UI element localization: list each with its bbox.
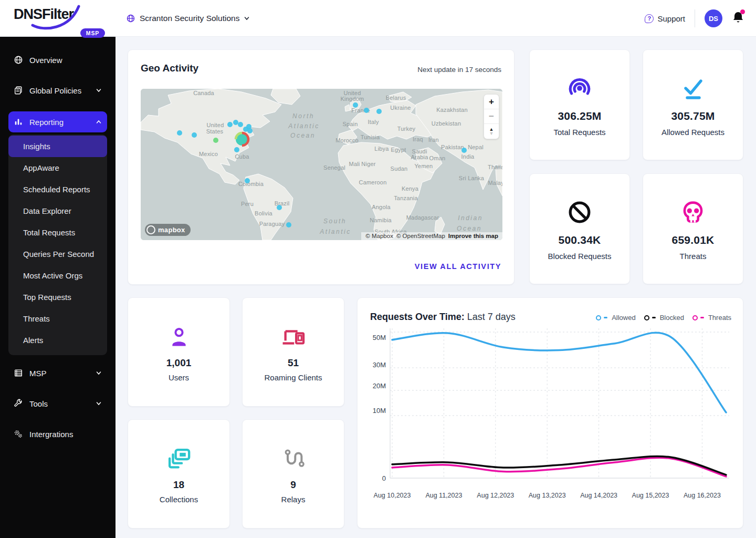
map-activity-dot[interactable] [227, 122, 233, 127]
map-activity-dot[interactable] [353, 102, 358, 108]
allowed-requests-card: 305.75M Allowed Requests [643, 49, 743, 160]
map-activity-dot[interactable] [461, 148, 467, 153]
sidebar-subitem-alerts[interactable]: Alerts [8, 329, 107, 351]
entity-label: Roaming Clients [264, 373, 322, 382]
map-activity-dot[interactable] [192, 132, 197, 138]
skull-icon [681, 197, 705, 227]
map-activity-dot[interactable] [286, 222, 291, 227]
map-activity-dot[interactable] [213, 138, 218, 143]
sidebar-subitem-top-requests[interactable]: Top Requests [8, 286, 107, 308]
legend-item-blocked[interactable]: Blocked [644, 314, 684, 322]
map-compass-button[interactable]: ▲ ▼ [484, 124, 499, 139]
stat-label: Blocked Requests [548, 252, 612, 261]
sidebar-item-reporting[interactable]: Reporting [8, 111, 107, 132]
map-activity-dot[interactable] [238, 122, 243, 127]
map-label-namibia: Namibia [370, 217, 392, 223]
x-axis-tick: Aug 10,2023 [374, 492, 411, 499]
map-label-italy: Italy [368, 119, 379, 125]
legend-dash-icon [652, 317, 656, 318]
map-label-kazakhstan: Kazakhstan [436, 107, 467, 113]
map-label-cameroon: Cameroon [359, 179, 387, 185]
sidebar-item-overview[interactable]: Overview [8, 49, 107, 70]
org-selector[interactable]: Scranton Security Solutions [126, 11, 250, 26]
avatar[interactable]: DS [705, 9, 722, 27]
geo-activity-map[interactable]: CanadaUnitedStatesMexicoCubaColombiaPeru… [141, 89, 502, 240]
mapbox-attribution[interactable]: © Mapbox [365, 233, 393, 239]
chevron-down-icon [244, 15, 250, 22]
y-axis-tick: 10M [373, 407, 386, 415]
dnsfilter-logo[interactable]: DNSFilter MSP [14, 6, 103, 32]
map-zoom-out-button[interactable]: − [484, 109, 499, 124]
building-icon [14, 368, 23, 378]
mapbox-logo[interactable]: mapbox [145, 224, 191, 236]
improve-map-link[interactable]: Improve this map [448, 233, 498, 239]
map-activity-dot[interactable] [233, 120, 238, 125]
entity-value: 18 [173, 479, 184, 491]
sidebar-item-label: Global Policies [29, 86, 89, 95]
support-button[interactable]: ? Support [645, 14, 685, 23]
sidebar-subitem-most-active-orgs[interactable]: Most Active Orgs [8, 265, 107, 286]
sidebar-subitem-appaware[interactable]: AppAware [8, 157, 107, 179]
stat-value: 659.01K [672, 234, 715, 246]
legend-item-allowed[interactable]: Allowed [596, 314, 636, 322]
map-label-spain: Spain [342, 121, 358, 127]
legend-label: Threats [708, 314, 731, 322]
sidebar-item-intergrations[interactable]: Intergrations [8, 423, 107, 444]
map-label-ukraine: Ukraine [390, 105, 411, 111]
map-label-ocean: Ocean [290, 132, 316, 139]
sidebar-item-tools[interactable]: Tools [8, 393, 107, 414]
map-label-arabia: Arabia [411, 154, 429, 160]
notifications-button[interactable] [732, 11, 744, 26]
map-label-united: United [207, 122, 224, 128]
sidebar-subitem-scheduled-reports[interactable]: Scheduled Reports [8, 179, 107, 200]
map-label-ocean: Ocean [457, 225, 482, 232]
stat-value: 500.34K [559, 234, 601, 246]
legend-label: Allowed [612, 314, 636, 322]
osm-attribution[interactable]: © OpenStreetMap [396, 233, 445, 239]
map-activity-dot[interactable] [364, 108, 369, 113]
chart-title: Requests Over Time: Last 7 days [370, 312, 516, 323]
sidebar-subitem-insights[interactable]: Insights [8, 136, 107, 157]
map-label-iran: Iran [428, 137, 439, 143]
map-activity-dot[interactable] [247, 128, 253, 133]
reporting-submenu: InsightsAppAwareScheduled ReportsData Ex… [8, 134, 107, 355]
map-label-sri-lanka: Sri Lanka [459, 175, 485, 181]
entity-label: Relays [281, 495, 306, 504]
sidebar-subitem-threats[interactable]: Threats [8, 308, 107, 329]
view-all-activity-link[interactable]: VIEW ALL ACTIVITY [415, 262, 501, 271]
map-activity-dot[interactable] [234, 147, 239, 152]
map-label-niger: Niger [361, 161, 375, 167]
map-label-libya: Libya [374, 146, 389, 152]
requests-over-time-card: Requests Over Time: Last 7 days AllowedB… [357, 297, 743, 529]
entity-label: Users [169, 373, 189, 382]
map-attribution: © Mapbox © OpenStreetMap Improve this ma… [361, 232, 502, 240]
map-activity-dot[interactable] [376, 109, 382, 114]
map-label-sudan: Sudan [391, 165, 408, 172]
map-label-brazil: Brazil [275, 200, 290, 206]
legend-item-threats[interactable]: Threats [692, 314, 731, 322]
map-label-cuba: Cuba [235, 153, 249, 160]
sidebar-subitem-data-explorer[interactable]: Data Explorer [8, 200, 107, 222]
map-label-bolivia: Bolivia [255, 210, 272, 216]
map-label-uzbekistan: Uzbekistan [432, 120, 461, 127]
map-activity-dot[interactable] [245, 178, 250, 183]
map-cluster[interactable] [236, 133, 248, 146]
series-line-threats [392, 458, 726, 477]
sidebar-subitem-queries-per-second[interactable]: Queries Per Second [8, 243, 107, 265]
next-update-text: Next update in 17 seconds [417, 66, 501, 74]
map-label-thailand: Thailand [488, 164, 502, 170]
map-label-canada: Canada [193, 90, 214, 96]
gears-icon [14, 429, 23, 439]
legend-ring-icon [644, 315, 649, 320]
y-axis-tick: 30M [373, 361, 386, 369]
y-axis-tick: 20M [373, 382, 386, 390]
map-activity-dot[interactable] [277, 205, 282, 210]
map-zoom-in-button[interactable]: + [484, 95, 499, 109]
entity-value: 9 [290, 479, 296, 491]
x-axis-tick: Aug 12,2023 [477, 492, 514, 499]
sidebar-item-global-policies[interactable]: Global Policies [8, 80, 107, 101]
sidebar-item-msp[interactable]: MSP [8, 363, 107, 384]
stat-value: 306.25M [558, 110, 601, 122]
sidebar-subitem-total-requests[interactable]: Total Requests [8, 222, 107, 243]
map-activity-dot[interactable] [177, 130, 182, 136]
